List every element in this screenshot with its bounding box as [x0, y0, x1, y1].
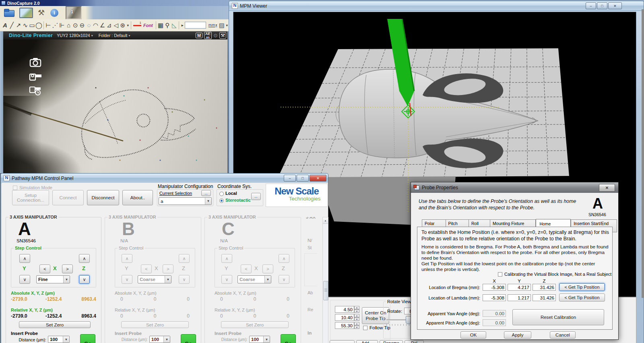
y-down-button[interactable]: ∨ [19, 275, 30, 284]
three-point-circle-icon[interactable]: ◌ [85, 20, 92, 31]
rectangle-tool-icon[interactable]: ▭ [29, 20, 35, 31]
angle-measure-icon[interactable]: ∠ [99, 20, 106, 31]
text-tool-icon[interactable]: A [2, 20, 8, 31]
stereotactic-radio[interactable] [219, 198, 224, 203]
annotation-text-input[interactable] [185, 22, 206, 29]
point-line-measure-icon[interactable]: ⊩ [58, 20, 65, 31]
view-z-field[interactable]: 55.30 [335, 322, 354, 329]
bregma-z-field[interactable]: 31.426 [533, 284, 556, 291]
scrollbar-up-button[interactable]: ▲ [323, 217, 328, 224]
take-photo-icon[interactable] [29, 57, 42, 68]
circle-diameter-measure-icon[interactable]: ⊖ [79, 20, 86, 31]
timed-record-icon[interactable] [29, 85, 43, 96]
z-up-button[interactable]: ∧ [79, 254, 90, 263]
triangle-measure-icon[interactable]: ◁ [113, 20, 120, 31]
magnifier-icon[interactable]: ⚲ [164, 20, 171, 31]
circle-center-measure-icon[interactable]: ⊙ [72, 20, 79, 31]
minimize-button[interactable]: – [586, 2, 596, 9]
manipulator-select[interactable]: a ▼ [159, 197, 212, 205]
view-x-spinner[interactable]: ▲▼ [354, 306, 359, 313]
camera-live-view[interactable] [3, 39, 227, 173]
polyline-measure-icon[interactable]: ⋰ [52, 20, 58, 31]
follow-tip-checkbox[interactable] [363, 326, 367, 330]
gear-icon[interactable]: ⚙ [213, 33, 218, 39]
freehand-tool-icon[interactable]: ∿ [22, 20, 29, 31]
bregma-get-tip-button[interactable]: < Get Tip Position [559, 283, 605, 291]
lambda-y-field[interactable]: 1.217 [508, 294, 531, 301]
probe-properties-title-bar[interactable]: Probe Properties ✕ [411, 182, 618, 193]
measure-overflow-icon[interactable]: ▾ [126, 20, 130, 31]
scrollbar-thumb[interactable] [323, 281, 328, 300]
disconnect-button[interactable]: Disconnect [87, 190, 119, 205]
bregma-y-field[interactable]: 4.217 [508, 284, 531, 291]
wrench-icon[interactable]: ⚒ [219, 32, 226, 39]
virtual-block-checkbox[interactable] [498, 272, 502, 277]
local-radio[interactable] [219, 192, 224, 196]
arrow-tool-icon[interactable]: ↗ [15, 20, 22, 31]
x-left-button[interactable]: < [39, 264, 50, 273]
video-format-dropdown[interactable]: YUY2 1280x1024 ▾ [57, 33, 93, 38]
manip-config-ellipsis-button[interactable]: ... [201, 190, 211, 196]
about-button[interactable]: About.. [122, 190, 153, 205]
delete-button[interactable]: Del [405, 340, 424, 343]
apply-button[interactable]: Apply [504, 331, 531, 339]
minimize-button[interactable]: – [284, 175, 296, 182]
y-up-button[interactable]: ∧ [19, 254, 30, 263]
gamma-icon[interactable]: ◺ [171, 20, 178, 31]
dinocapture-title-bar[interactable]: DinoCapture 2.0 [0, 0, 229, 6]
auto-exposure-badge[interactable]: AE on [204, 32, 212, 39]
open-folder-icon[interactable] [3, 8, 15, 18]
set-zero-button[interactable]: Set Zero [19, 321, 91, 328]
cancel-button[interactable]: Cancel [550, 331, 576, 339]
lambda-get-tip-button[interactable]: < Get Tip Position [559, 293, 605, 302]
list-icon[interactable]: ▸ [180, 20, 185, 31]
view-y-field[interactable]: 10.40 [335, 314, 354, 321]
go-button[interactable]: Go [80, 334, 95, 343]
unit-dropdown[interactable]: mm▾ [208, 23, 217, 27]
close-button[interactable]: ✕ [608, 2, 622, 9]
arc-measure-icon[interactable]: ◠ [92, 20, 99, 31]
info-icon[interactable]: i [50, 9, 58, 17]
control-panel-title-bar[interactable]: N Pathway MPM Control Panel – □ ✕ [1, 174, 328, 183]
image-viewer-icon[interactable] [19, 8, 33, 18]
grid-icon[interactable]: ▦ [157, 20, 164, 31]
center-distance-icon[interactable]: ⊛ [119, 20, 126, 31]
rename-button[interactable]: Rename [380, 340, 403, 343]
tools-icon[interactable]: ⚒ [38, 8, 45, 17]
toolbar-overflow-icon[interactable]: ▾ [225, 20, 229, 31]
maximize-button[interactable]: □ [297, 175, 309, 182]
lambda-z-field[interactable]: 31.426 [533, 294, 556, 301]
four-point-angle-icon[interactable]: ⊿ [106, 20, 113, 31]
polygon-measure-icon[interactable]: ⌂ [65, 20, 72, 31]
line-measure-icon[interactable]: ⊢ [45, 20, 52, 31]
distance-select[interactable]: 100▼ [48, 336, 70, 343]
add-button[interactable]: Add... [356, 340, 378, 343]
line-tool-icon[interactable]: ╱ [8, 20, 15, 31]
go-button[interactable]: Go [181, 334, 196, 343]
microtouch-badge[interactable]: M [196, 33, 202, 38]
record-video-icon[interactable] [29, 72, 43, 81]
font-tool-icon[interactable]: Font [143, 23, 153, 28]
close-button[interactable]: ✕ [310, 175, 326, 182]
view-y-spinner[interactable]: ▲▼ [354, 314, 359, 321]
go-button[interactable]: Go [281, 334, 296, 343]
image-menu-icon[interactable]: ▨ [219, 20, 225, 31]
close-button[interactable]: ✕ [599, 184, 615, 192]
line-style-icon[interactable]: 1 [132, 21, 142, 30]
folder-dropdown[interactable]: Folder : Default ▾ [99, 33, 130, 38]
coord-sys-ellipsis-button[interactable]: ... [251, 193, 261, 200]
maximize-button[interactable]: □ [597, 2, 607, 9]
lambda-x-field[interactable]: -5.308 [483, 294, 506, 301]
bregma-x-field[interactable]: -5.308 [483, 284, 506, 291]
ok-button[interactable]: OK [460, 331, 486, 339]
reset-calibration-button[interactable]: Reset Calibration [512, 309, 604, 325]
view-z-spinner[interactable]: ▲▼ [354, 322, 359, 329]
step-size-select[interactable]: Fine▼ [36, 275, 70, 283]
capture-thumbnail[interactable]: 1 [66, 6, 82, 19]
view-x-field[interactable]: 4.50 [335, 306, 354, 313]
x-right-button[interactable]: > [62, 264, 73, 273]
manipulator-scrollbar[interactable]: ▲ [322, 217, 328, 343]
z-down-button[interactable]: ∨ [79, 275, 90, 284]
ellipse-tool-icon[interactable]: ◯ [35, 20, 42, 31]
partial-button[interactable] [330, 340, 355, 343]
